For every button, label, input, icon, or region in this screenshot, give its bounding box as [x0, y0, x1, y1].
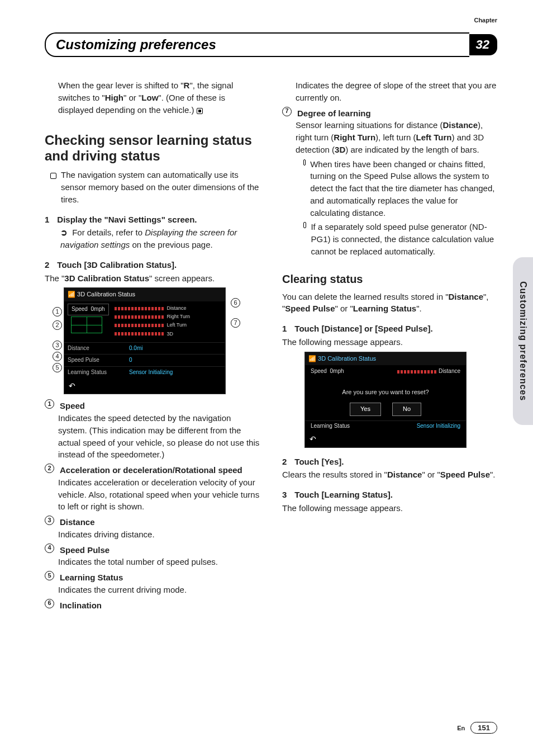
header-bar: Customizing preferences 32	[45, 32, 497, 57]
callout-5: 5	[53, 363, 62, 372]
row-learning-status[interactable]: Learning StatusSensor Initializing	[64, 366, 225, 379]
right-column: Indicates the degree of slope of the str…	[282, 79, 497, 612]
page-footer: En 151	[457, 722, 497, 734]
clear-step-2: 2 Touch [Yes].	[282, 456, 497, 468]
left-column: When the gear lever is shifted to "R", t…	[45, 79, 260, 612]
stop-icon	[197, 108, 203, 114]
def-num-1: 1	[45, 399, 54, 409]
def-num-6: 6	[45, 599, 54, 608]
back-button[interactable]: ↶	[305, 431, 466, 447]
section-heading-clearing: Clearing status	[282, 271, 497, 287]
note-icon	[50, 173, 56, 179]
page-title: Customizing preferences	[56, 37, 216, 52]
callout-1: 1	[53, 307, 62, 316]
footer-lang: En	[457, 725, 465, 731]
clear-step-1-body: The following message appears.	[282, 336, 497, 348]
no-button[interactable]: No	[392, 403, 421, 416]
row-distance[interactable]: Distance0.0mi	[64, 342, 225, 355]
confirm-screen: 📶 3D Calibration Status Speed 0mph Dista…	[304, 352, 467, 448]
clear-step-3: 3 Touch [Learning Status].	[282, 489, 497, 501]
def-num-4: 4	[45, 544, 54, 553]
clearing-intro: You can delete the learned results store…	[282, 291, 497, 315]
step-2-body: The "3D Calibration Status" screen appea…	[45, 272, 260, 285]
calibration-diagram: 1 2 3 4 5 6 7 📶 3D Calibration Status Sp…	[56, 287, 240, 394]
chapter-label: Chapter	[474, 17, 497, 23]
step-1: 1 Display the "Navi Settings" screen.	[45, 214, 260, 226]
bar-left-turn	[115, 324, 165, 327]
bar-right-turn	[115, 315, 165, 319]
inclination-body: Indicates the degree of slope of the str…	[296, 79, 497, 104]
sub-note-1: When tires have been changed or chains f…	[303, 158, 497, 219]
step-2: 2 Touch [3D Calibration Status].	[45, 259, 260, 271]
definition-list: 1SpeedIndicates the speed detected by th…	[45, 400, 260, 611]
footer-page-number: 151	[470, 722, 497, 734]
confirm-prompt: Are you sure you want to reset?	[305, 378, 466, 403]
bar-distance	[115, 307, 165, 310]
g-sensor-display	[71, 316, 102, 333]
callout-6: 6	[231, 298, 240, 308]
callout-7: 7	[231, 318, 240, 328]
sub-note-2: If a separately sold speed pulse generat…	[303, 221, 497, 257]
reference-arrow-icon: ➲	[60, 228, 68, 237]
callout-4: 4	[53, 352, 62, 361]
note-icon	[303, 159, 306, 166]
section-heading-checking: Checking sensor learning status and driv…	[45, 133, 260, 163]
def-num-5: 5	[45, 571, 54, 580]
note-icon	[303, 222, 306, 228]
bar-icon	[397, 370, 436, 374]
calibration-screen: 📶 3D Calibration Status Speed 0mph Dista…	[64, 287, 226, 394]
def-num-7: 7	[282, 107, 292, 116]
def-num-3: 3	[45, 516, 54, 525]
def-7-body: Sensor learning situations for distance …	[296, 119, 497, 155]
back-button[interactable]: ↶	[64, 378, 225, 394]
callout-2: 2	[53, 320, 62, 330]
chapter-number-badge: 32	[468, 34, 497, 55]
bar-3d	[115, 332, 165, 336]
side-tab: Customizing preferences	[513, 257, 533, 425]
def-num-2: 2	[45, 464, 54, 473]
header-title-wrap: Customizing preferences	[45, 32, 469, 57]
screen-title: 📶 3D Calibration Status	[64, 288, 225, 301]
speed-readout: Speed 0mph	[68, 304, 109, 315]
clear-step-2-body: Clears the results stored in "Distance" …	[282, 469, 497, 481]
row-speed-pulse[interactable]: Speed Pulse0	[64, 354, 225, 366]
callout-3: 3	[53, 341, 62, 350]
clear-step-3-body: The following message appears.	[282, 502, 497, 514]
step-1-ref: ➲ For details, refer to Displaying the s…	[60, 226, 260, 251]
note-bullet: The navigation system can automatically …	[50, 169, 260, 205]
clear-step-1: 1 Touch [Distance] or [Speed Pulse].	[282, 323, 497, 335]
intro-paragraph: When the gear lever is shifted to "R", t…	[58, 79, 260, 116]
yes-button[interactable]: Yes	[350, 403, 381, 416]
confirm-title: 📶 3D Calibration Status	[305, 352, 466, 366]
